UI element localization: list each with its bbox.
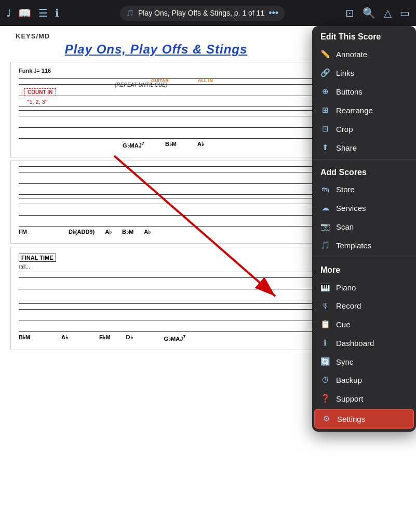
- annotate-label: Annotate: [336, 50, 367, 59]
- dashboard-icon: ℹ: [320, 338, 330, 348]
- chord-ebm: E♭M: [99, 334, 111, 342]
- menu-item-cue[interactable]: 📋 Cue: [312, 315, 416, 334]
- library-icon[interactable]: 📖: [18, 7, 31, 19]
- chord-2: B♭M: [165, 141, 177, 149]
- sync-label: Sync: [336, 357, 353, 366]
- store-icon: 🛍: [320, 185, 330, 194]
- sync-icon: 🔄: [320, 357, 330, 366]
- menu-item-annotate[interactable]: ✏️ Annotate: [312, 45, 416, 63]
- toolbar-right: ⊡ 🔍 △ ▭: [345, 7, 410, 19]
- menu-item-share[interactable]: ⬆ Share: [312, 138, 416, 157]
- chord-bbm2: B♭M: [122, 229, 133, 235]
- services-icon: ☁: [320, 203, 330, 212]
- chord-ab4: A♭: [61, 334, 68, 342]
- chord-db2: D♭: [126, 334, 133, 342]
- menu-item-templates[interactable]: 🎵 Templates: [312, 236, 416, 255]
- toolbar: ♩ 📖 ☰ ℹ 🎵 Play Ons, Play Offs & Stings, …: [0, 0, 416, 26]
- menu-item-services[interactable]: ☁ Services: [312, 198, 416, 217]
- note-icon[interactable]: ♩: [6, 7, 11, 19]
- scan-label: Scan: [336, 222, 354, 231]
- menu-item-record[interactable]: 🎙 Record: [312, 297, 416, 315]
- toolbar-center[interactable]: 🎵 Play Ons, Play Offs & Stings, p. 1 of …: [120, 6, 285, 21]
- count-in-numbers: "1, 2, 3": [26, 99, 48, 105]
- piano-icon: 🎹: [320, 283, 330, 292]
- chord-3: A♭: [197, 141, 204, 149]
- score-nav-icon: 🎵: [126, 9, 134, 17]
- menu-item-scan[interactable]: 📷 Scan: [312, 217, 416, 236]
- search-toolbar-icon[interactable]: 🔍: [363, 7, 375, 19]
- score-title-bar: Play Ons, Play Offs & Stings, p. 1 of 11: [138, 9, 264, 17]
- menu-item-rearrange[interactable]: ⊞ Rearrange: [312, 101, 416, 119]
- menu-item-store[interactable]: 🛍 Store: [312, 180, 416, 198]
- menu-item-backup[interactable]: ⏱ Backup: [312, 371, 416, 389]
- more-header: More: [312, 259, 416, 278]
- support-label: Support: [336, 394, 364, 403]
- chord-ab3: A♭: [144, 229, 151, 235]
- piano-label: Piano: [336, 283, 356, 292]
- info-icon[interactable]: ℹ: [55, 7, 59, 19]
- tuner-toolbar-icon[interactable]: △: [384, 7, 392, 19]
- annotate-icon: ✏️: [320, 49, 330, 59]
- crop-icon: ⊡: [320, 124, 330, 134]
- add-scores-header: Add Scores: [312, 162, 416, 180]
- chord-bbm3: B♭M: [19, 334, 30, 342]
- repeat-until-cue: (REPEAT UNTIL CUE): [115, 82, 167, 88]
- final-time-label: FINAL TIME: [19, 254, 56, 262]
- buttons-icon: ⊕: [320, 87, 330, 96]
- cue-icon: 📋: [320, 320, 330, 329]
- crop-label: Crop: [336, 125, 353, 134]
- dashboard-label: Dashboard: [336, 339, 374, 348]
- settings-label: Settings: [337, 415, 365, 423]
- chord-fm: FM: [19, 229, 27, 235]
- menu-item-piano[interactable]: 🎹 Piano: [312, 278, 416, 297]
- edit-score-header: Edit This Score: [312, 26, 416, 45]
- menu-icon[interactable]: ☰: [38, 7, 48, 19]
- cue-label: Cue: [336, 320, 351, 329]
- templates-icon: 🎵: [320, 241, 330, 250]
- crop-toolbar-icon[interactable]: ⊡: [345, 7, 354, 19]
- services-label: Services: [336, 204, 366, 212]
- scan-icon: 📷: [320, 222, 330, 231]
- rearrange-label: Rearrange: [336, 106, 373, 115]
- buttons-label: Buttons: [336, 87, 363, 96]
- record-icon: 🎙: [320, 301, 330, 310]
- links-icon: 🔗: [320, 68, 330, 77]
- more-button[interactable]: •••: [269, 8, 278, 19]
- chord-ab2: A♭: [105, 229, 112, 235]
- menu-item-settings[interactable]: ⚙ Settings: [314, 409, 414, 429]
- page-toolbar-icon[interactable]: ▭: [400, 7, 410, 19]
- menu-item-buttons[interactable]: ⊕ Buttons: [312, 82, 416, 101]
- settings-icon: ⚙: [321, 414, 331, 423]
- divider-1: [312, 159, 416, 159]
- chord-gbmaj7: G♭MAJ7: [164, 334, 186, 342]
- menu-item-sync[interactable]: 🔄 Sync: [312, 352, 416, 371]
- links-label: Links: [336, 69, 354, 77]
- record-label: Record: [336, 301, 361, 310]
- toolbar-left: ♩ 📖 ☰ ℹ: [6, 7, 59, 19]
- rearrange-icon: ⊞: [320, 105, 330, 115]
- chord-1: G♭MAJ7: [123, 141, 144, 149]
- menu-item-support[interactable]: ❓ Support: [312, 389, 416, 408]
- share-icon: ⬆: [320, 143, 330, 152]
- backup-label: Backup: [336, 376, 362, 384]
- menu-item-links[interactable]: 🔗 Links: [312, 63, 416, 82]
- share-label: Share: [336, 143, 357, 152]
- menu-item-crop[interactable]: ⊡ Crop: [312, 119, 416, 138]
- count-in-box: COUNT IN: [24, 88, 56, 96]
- store-label: Store: [336, 185, 355, 194]
- menu-item-dashboard[interactable]: ℹ Dashboard: [312, 334, 416, 352]
- divider-2: [312, 257, 416, 257]
- chord-db: D♭(ADD9): [69, 229, 95, 235]
- backup-icon: ⏱: [320, 376, 330, 384]
- templates-label: Templates: [336, 241, 371, 250]
- dropdown-menu: Edit This Score ✏️ Annotate 🔗 Links ⊕ Bu…: [312, 26, 416, 432]
- support-icon: ❓: [320, 394, 330, 403]
